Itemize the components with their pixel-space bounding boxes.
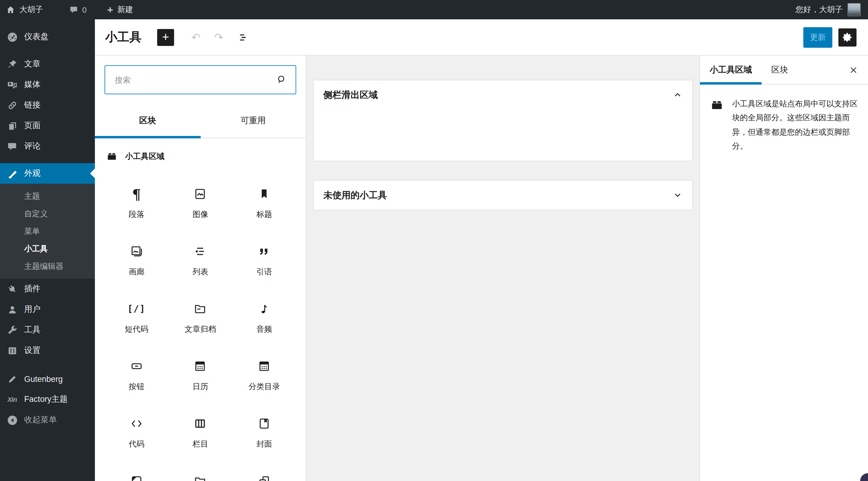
submenu-item-theme-editor[interactable]: 主题编辑器 <box>0 257 95 275</box>
block-item-partial[interactable] <box>168 462 232 481</box>
sidebar-item-tools[interactable]: 工具 <box>0 320 95 340</box>
bookmark-icon <box>257 187 271 201</box>
search-icon <box>276 74 288 86</box>
custom-html-icon <box>129 474 144 481</box>
block-item-list[interactable]: 列表 <box>168 232 232 289</box>
submenu-item-themes[interactable]: 主题 <box>0 187 95 205</box>
plus-icon: + <box>162 30 169 44</box>
sidebar-item-dashboard[interactable]: 仪表盘 <box>0 27 95 47</box>
avatar[interactable] <box>847 3 861 16</box>
settings-gear-button[interactable] <box>838 28 857 46</box>
update-button[interactable]: 更新 <box>803 27 832 47</box>
undo-button[interactable]: ↶ <box>187 29 204 45</box>
widget-area-icon <box>710 98 724 153</box>
widget-area-panel-header[interactable]: 侧栏滑出区域 <box>314 81 692 109</box>
block-inserter-toggle[interactable]: + <box>157 29 174 45</box>
block-item-cover[interactable]: 封面 <box>232 404 296 462</box>
paragraph-icon: ¶ <box>129 187 144 201</box>
appearance-submenu: 主题 自定义 菜单 小工具 主题编辑器 <box>0 184 95 279</box>
sidebar-item-label: 工具 <box>24 324 40 335</box>
plus-icon: + <box>107 4 113 15</box>
block-item-paragraph[interactable]: ¶ 段落 <box>104 174 168 232</box>
block-item-code[interactable]: 代码 <box>104 404 168 462</box>
sidebar-item-posts[interactable]: 文章 <box>0 54 95 74</box>
sidebar-item-label: 文章 <box>24 59 40 69</box>
tab-widget-areas[interactable]: 小工具区域 <box>700 56 762 84</box>
collapse-menu-button[interactable]: 收起菜单 <box>0 410 95 430</box>
tab-blocks[interactable]: 区块 <box>95 104 200 138</box>
sidebar-item-appearance[interactable]: 外观 <box>0 163 95 184</box>
submenu-item-widgets[interactable]: 小工具 <box>0 240 95 257</box>
shortcode-icon: [/] <box>129 301 144 316</box>
close-icon <box>849 66 858 74</box>
block-item-gallery[interactable]: 画廊 <box>104 232 168 289</box>
file-icon <box>193 474 208 481</box>
widget-areas-description-text: 小工具区域是站点布局中可以支持区块的全局部分。这些区域因主题而异，但通常都是您的… <box>732 97 860 153</box>
block-item-image[interactable]: 图像 <box>168 174 232 232</box>
block-item-audio[interactable]: 音频 <box>232 289 296 347</box>
sidebar-item-factory-theme[interactable]: Xin Factory主题 <box>0 389 95 410</box>
block-item-columns[interactable]: 栏目 <box>168 404 232 462</box>
widget-area-icon <box>106 151 118 163</box>
widgets-canvas: 侧栏滑出区域 未使用的小工具 <box>306 56 700 481</box>
block-item-shortcode[interactable]: [/] 短代码 <box>104 289 168 347</box>
close-sidebar-button[interactable] <box>839 56 868 84</box>
block-item-archives[interactable]: 文章归档 <box>168 289 232 347</box>
redo-button[interactable]: ↷ <box>210 29 227 45</box>
submenu-item-menus[interactable]: 菜单 <box>0 222 95 240</box>
block-item-partial[interactable] <box>104 462 168 481</box>
sidebar-item-label: 设置 <box>24 345 40 356</box>
menu-separator <box>0 157 95 163</box>
block-item-quote[interactable]: 引语 <box>232 232 296 289</box>
block-item-heading[interactable]: 标题 <box>232 174 296 232</box>
block-category-header: 小工具区域 <box>95 143 306 170</box>
settings-sidebar-tabs: 小工具区域 区块 <box>700 56 868 85</box>
sidebar-item-label: 媒体 <box>24 79 40 90</box>
tab-block[interactable]: 区块 <box>762 56 798 84</box>
media-icon <box>6 78 18 91</box>
gallery-icon <box>129 244 144 259</box>
sidebar-item-links[interactable]: 链接 <box>0 95 95 116</box>
sidebar-item-plugins[interactable]: 插件 <box>0 279 95 299</box>
sidebar-item-comments[interactable]: 评论 <box>0 136 95 157</box>
widget-area-title: 未使用的小工具 <box>323 189 387 201</box>
gear-icon <box>842 32 853 42</box>
inserter-tabs: 区块 可重用 <box>95 104 306 138</box>
quote-icon <box>257 244 271 259</box>
link-icon <box>6 99 18 111</box>
archives-icon <box>193 301 208 316</box>
sidebar-item-settings[interactable]: 设置 <box>0 340 95 361</box>
tab-reusable[interactable]: 可重用 <box>200 104 306 138</box>
audio-icon <box>257 301 271 316</box>
sidebar-item-gutenberg[interactable]: Gutenberg <box>0 368 95 389</box>
user-greeting[interactable]: 您好，大胡子 <box>796 4 843 15</box>
pages-icon <box>6 120 18 132</box>
plugin-icon <box>6 283 18 295</box>
search-input[interactable] <box>104 65 296 94</box>
comments-menu-item[interactable]: 0 <box>63 0 92 19</box>
editor-header: 小工具 + ↶ ↷ 更新 <box>95 19 868 56</box>
sidebar-item-users[interactable]: 用户 <box>0 299 95 320</box>
site-menu-item[interactable]: 大胡子 <box>0 0 49 19</box>
chevron-up-icon <box>673 90 682 100</box>
button-icon <box>129 359 144 374</box>
cover-icon <box>257 416 271 431</box>
sidebar-item-label: 链接 <box>24 100 40 110</box>
block-item-calendar[interactable]: 日历 <box>168 347 232 404</box>
block-item-partial[interactable] <box>232 462 296 481</box>
block-grid: ¶ 段落 图像 标题 画廊 <box>95 174 306 481</box>
block-item-buttons[interactable]: 按钮 <box>104 347 168 404</box>
sidebar-item-label: 用户 <box>24 304 40 315</box>
list-view-button[interactable] <box>235 29 251 45</box>
widget-area-panel-header[interactable]: 未使用的小工具 <box>314 181 692 210</box>
sidebar-item-pages[interactable]: 页面 <box>0 116 95 136</box>
submenu-item-customize[interactable]: 自定义 <box>0 205 95 222</box>
new-content-menu-item[interactable]: + 新建 <box>101 0 139 19</box>
settings-sidebar: 小工具区域 区块 小工具区域是站点布局中可以支持区块的全局部分。这些区域因主题而… <box>700 56 868 481</box>
block-item-categories[interactable]: 分类目录 <box>232 347 296 404</box>
comments-icon <box>6 140 18 152</box>
sidebar-item-label: 页面 <box>24 120 40 131</box>
sidebar-item-label: Gutenberg <box>24 374 63 383</box>
sidebar-item-media[interactable]: 媒体 <box>0 74 95 95</box>
sidebar-item-label: 仪表盘 <box>24 31 49 42</box>
